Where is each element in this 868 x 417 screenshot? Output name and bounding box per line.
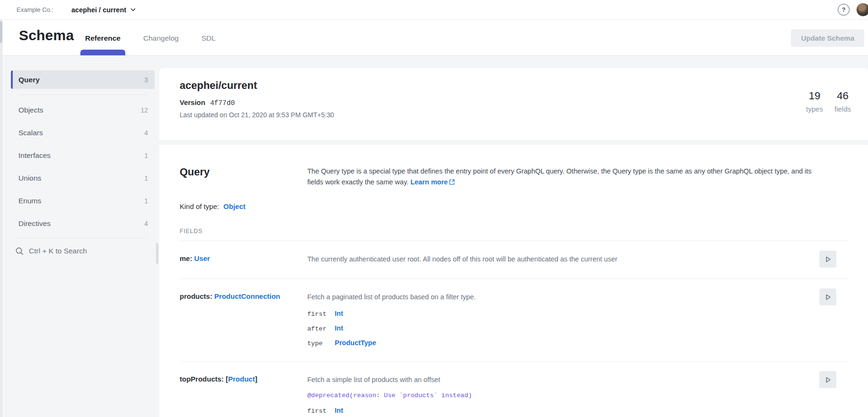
sidebar-item-count: 3 (144, 76, 148, 84)
tab-sdl[interactable]: SDL (199, 34, 218, 55)
field-main-col: The currently authenticated user root. A… (307, 254, 772, 264)
sidebar-item-count: 1 (144, 174, 148, 182)
field-type-link[interactable]: ProductConnection (214, 292, 280, 300)
sidebar-item-query[interactable]: Query3 (11, 70, 155, 89)
question-mark-icon: ? (842, 7, 846, 13)
stat-label: types (806, 105, 823, 113)
type-bracket-close: ] (255, 375, 257, 383)
kind-value-link[interactable]: Object (224, 202, 246, 210)
page-title: Schema (19, 27, 74, 43)
version-line: Version 4f77d0 (180, 98, 868, 107)
sidebar-item-unions[interactable]: Unions1 (11, 167, 155, 190)
page-scrollbar[interactable] (0, 20, 2, 417)
tabs: ReferenceChangelogSDL (82, 34, 218, 55)
arg-name: after (307, 325, 335, 332)
external-link-icon (449, 179, 455, 185)
sidebar-item-enums[interactable]: Enums1 (11, 190, 155, 212)
tab-label: Changelog (143, 34, 179, 42)
field-signature: me: User (180, 254, 307, 262)
arg-type-link[interactable]: Int (335, 407, 343, 414)
arg-row-type: typeProductType (307, 339, 772, 347)
type-description-text: The Query type is a special type that de… (307, 167, 812, 186)
arg-name: type (307, 340, 335, 347)
last-updated: Last updated on Oct 21, 2020 at 9:53 PM … (180, 111, 868, 119)
sidebar-item-label: Scalars (18, 129, 43, 137)
stat-value: 46 (834, 90, 851, 102)
graph-title: acephei/current (180, 79, 868, 92)
type-description: The Query type is a special type that de… (307, 166, 829, 188)
sidebar-item-count: 1 (144, 152, 148, 159)
avatar[interactable] (856, 3, 868, 17)
field-row-me: me: UserThe currently authenticated user… (180, 241, 848, 279)
stat-fields: 46fields (834, 90, 851, 113)
tab-label: Reference (85, 34, 121, 42)
type-reference-card: Query The Query type is a special type t… (159, 145, 868, 417)
tab-reference[interactable]: Reference (82, 34, 123, 55)
sidebar-item-label: Query (18, 76, 40, 84)
sidebar-item-interfaces[interactable]: Interfaces1 (11, 144, 155, 167)
learn-more-label: Learn more (410, 178, 448, 186)
sidebar-search[interactable]: Ctrl + K to Search (16, 247, 87, 255)
field-row-products: products: ProductConnectionFetch a pagin… (180, 279, 848, 362)
field-name: products: (180, 292, 214, 300)
arg-type-link[interactable]: Int (335, 324, 343, 332)
field-description: Fetch a paginated list of products based… (307, 292, 772, 302)
stat-value: 19 (806, 90, 823, 102)
field-row-topProducts: topProducts: [Product]Fetch a simple lis… (180, 362, 848, 417)
field-name-col: products: ProductConnection (180, 292, 307, 347)
field-name-col: me: User (180, 254, 307, 264)
field-main-col: Fetch a simple list of products with an … (307, 375, 772, 415)
topbar-right: ? (838, 3, 868, 17)
version-label: Version (180, 98, 205, 106)
header: Schema ReferenceChangelogSDL Update Sche… (3, 20, 868, 56)
sidebar-item-objects[interactable]: Objects12 (11, 99, 155, 122)
field-signature: products: ProductConnection (180, 292, 307, 300)
run-field-query-button[interactable] (819, 288, 836, 305)
sidebar-scrollbar-thumb[interactable] (156, 243, 158, 264)
sidebar-divider (18, 95, 147, 95)
graph-selector-label: acephei / current (71, 6, 126, 14)
sidebar-item-label: Interfaces (18, 151, 51, 160)
field-signature: topProducts: [Product] (180, 375, 307, 383)
sidebar-item-label: Enums (18, 197, 41, 205)
play-icon (825, 376, 832, 383)
learn-more-link[interactable]: Learn more (410, 178, 455, 186)
sidebar-item-label: Unions (18, 174, 41, 182)
page-scrollbar-thumb[interactable] (0, 21, 2, 43)
search-hint: Ctrl + K to Search (29, 247, 87, 255)
topbar: Example Co.: acephei / current ? (0, 0, 868, 20)
sidebar-item-scalars[interactable]: Scalars4 (11, 122, 155, 144)
fields-heading: FIELDS (180, 228, 848, 241)
run-field-query-button[interactable] (819, 251, 836, 268)
play-icon (825, 294, 832, 301)
stat-label: fields (834, 105, 851, 113)
schema-overview-card: acephei/current Version 4f77d0 Last upda… (159, 68, 868, 140)
version-value: 4f77d0 (210, 99, 234, 107)
field-type-link[interactable]: User (194, 254, 210, 262)
sidebar-item-label: Objects (18, 106, 43, 114)
field-type-link[interactable]: Product (228, 375, 255, 383)
sidebar-item-directives[interactable]: Directives4 (11, 212, 155, 235)
search-icon (16, 247, 24, 255)
sidebar-item-count: 1 (144, 197, 148, 205)
kind-label: Kind of type: (180, 202, 219, 210)
arg-type-link[interactable]: Int (335, 310, 343, 317)
help-button[interactable]: ? (838, 4, 850, 16)
sidebar-item-count: 4 (144, 129, 148, 137)
field-name: topProducts: (180, 375, 226, 383)
arg-row-after: afterInt (307, 324, 772, 332)
field-name: me: (180, 254, 194, 262)
field-description: The currently authenticated user root. A… (307, 254, 772, 264)
tab-changelog[interactable]: Changelog (140, 34, 182, 55)
arg-type-link[interactable]: ProductType (335, 339, 376, 347)
run-field-query-button[interactable] (819, 371, 836, 388)
graph-selector[interactable]: acephei / current (71, 6, 136, 14)
sidebar-divider (18, 238, 147, 238)
update-schema-button[interactable]: Update Schema (791, 29, 864, 47)
field-description: Fetch a simple list of products with an … (307, 375, 772, 385)
type-header: Query The Query type is a special type t… (180, 166, 868, 188)
tab-label: SDL (201, 34, 216, 42)
active-tab-underline (80, 50, 125, 55)
org-label: Example Co.: (17, 6, 53, 13)
arg-name: first (307, 311, 335, 318)
